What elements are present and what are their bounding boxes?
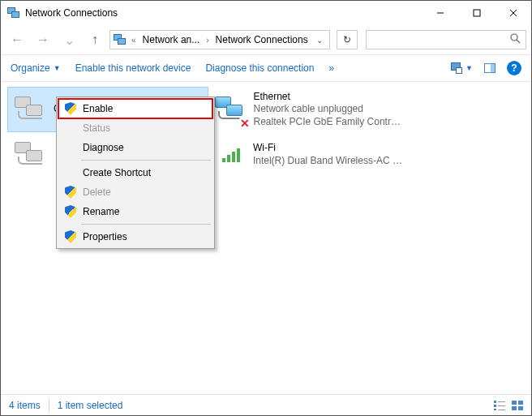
minimize-button[interactable]: [422, 1, 458, 25]
error-overlay-icon: ✕: [239, 118, 251, 129]
close-button[interactable]: [495, 1, 531, 25]
ctx-enable[interactable]: Enable: [58, 99, 212, 118]
wifi-icon: [214, 137, 248, 173]
ctx-status: Status: [58, 118, 212, 138]
app-icon: [7, 7, 20, 19]
ctx-properties[interactable]: Properties: [58, 227, 212, 247]
adapter-status: Network cable unplugged: [254, 103, 405, 116]
chevron-right-icon[interactable]: ›: [204, 36, 210, 45]
up-button[interactable]: ↑: [84, 29, 106, 50]
svg-line-5: [517, 40, 520, 43]
svg-rect-1: [474, 10, 480, 16]
shield-icon: [63, 204, 78, 219]
titlebar[interactable]: Network Connections: [1, 1, 531, 25]
ctx-delete: Delete: [58, 182, 212, 202]
shield-icon: [63, 185, 78, 199]
search-input[interactable]: [371, 33, 510, 46]
organize-menu[interactable]: Organize▼: [11, 62, 61, 74]
adapter-device: Realtek PCIe GbE Family Controller: [254, 116, 405, 129]
svg-point-4: [511, 34, 517, 41]
network-adapter-icon: [13, 92, 49, 127]
details-view-button[interactable]: [494, 401, 505, 410]
separator: [81, 224, 211, 225]
refresh-button[interactable]: ↻: [337, 30, 358, 49]
adapter-wifi[interactable]: Wi-Fi Intel(R) Dual Band Wireless-AC 31.…: [208, 132, 410, 178]
shield-icon: [63, 101, 78, 116]
adapter-name: Ethernet: [254, 91, 405, 104]
recent-locations-button[interactable]: ⌄: [58, 29, 80, 50]
context-menu: Enable Status Diagnose Create Shortcut D…: [56, 96, 215, 249]
address-bar[interactable]: « Network an... › Network Connections ⌄: [109, 30, 330, 49]
item-count: 4 items: [9, 400, 41, 411]
address-icon: [114, 34, 127, 45]
chevron-down-icon: ▼: [54, 64, 61, 72]
separator: [81, 160, 211, 161]
network-adapter-icon: [13, 137, 49, 173]
network-adapter-icon: ✕: [214, 92, 249, 127]
separator: [49, 400, 49, 411]
adapter-device: Intel(R) Dual Band Wireless-AC 31...: [253, 155, 404, 168]
preview-pane-icon: [484, 63, 496, 73]
breadcrumb-root[interactable]: Network an...: [141, 34, 202, 45]
shield-icon: [63, 229, 78, 244]
nav-row: ← → ⌄ ↑ « Network an... › Network Connec…: [1, 25, 531, 54]
address-dropdown-icon[interactable]: ⌄: [313, 36, 326, 45]
command-bar: Organize▼ Enable this network device Dia…: [1, 54, 531, 82]
chevron-icon[interactable]: «: [130, 36, 138, 45]
breadcrumb-leaf[interactable]: Network Connections: [214, 34, 310, 45]
window-buttons: [422, 1, 531, 25]
diagnose-button[interactable]: Diagnose this connection: [205, 62, 314, 74]
help-button[interactable]: ?: [507, 61, 521, 75]
window-frame: Network Connections ← → ⌄ ↑ « Network an…: [0, 0, 532, 416]
window-title: Network Connections: [25, 7, 118, 19]
adapter-ethernet[interactable]: ✕ Ethernet Network cable unplugged Realt…: [208, 87, 410, 132]
chevron-down-icon: ▼: [466, 64, 473, 72]
search-box[interactable]: [366, 30, 526, 49]
enable-device-button[interactable]: Enable this network device: [75, 62, 191, 74]
back-button[interactable]: ←: [6, 29, 28, 50]
selection-count: 1 item selected: [58, 400, 123, 411]
maximize-button[interactable]: [458, 1, 495, 25]
search-icon[interactable]: [510, 33, 521, 46]
adapter-name: Wi-Fi: [253, 142, 404, 155]
overflow-button[interactable]: »: [328, 62, 334, 74]
ctx-diagnose[interactable]: Diagnose: [58, 138, 212, 157]
status-bar: 4 items 1 item selected: [1, 394, 531, 415]
ctx-create-shortcut[interactable]: Create Shortcut: [58, 163, 212, 182]
preview-pane-button[interactable]: [484, 63, 496, 73]
view-icon: [451, 62, 462, 74]
ctx-rename[interactable]: Rename: [58, 202, 212, 221]
view-menu[interactable]: ▼: [451, 62, 473, 74]
tiles-view-button[interactable]: [512, 401, 523, 410]
forward-button[interactable]: →: [32, 29, 54, 50]
